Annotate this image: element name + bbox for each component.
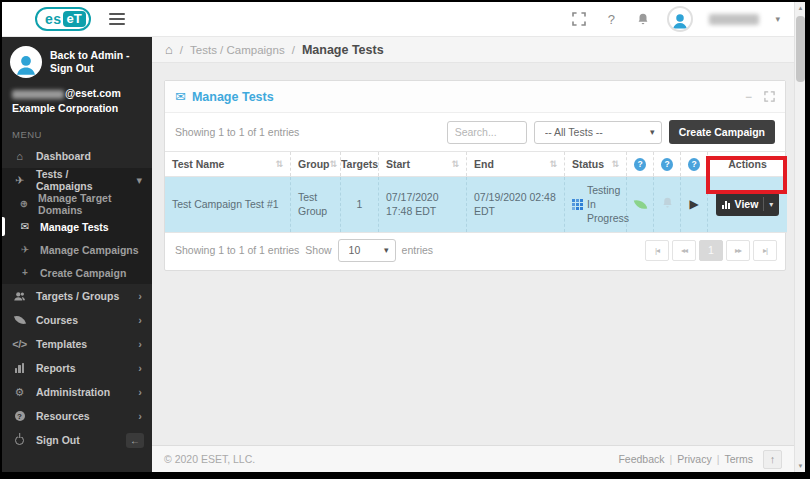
privacy-link[interactable]: Privacy [677, 453, 711, 465]
chevron-right-icon: › [138, 290, 142, 302]
sidebar-item-manage-campaigns[interactable]: ✈ Manage Campaigns [2, 238, 152, 261]
breadcrumb-section[interactable]: Tests / Campaigns [190, 44, 285, 56]
plus-icon: + [18, 267, 32, 278]
column-header-start[interactable]: Start ⇅ [379, 152, 467, 176]
copyright-text: © 2020 ESET, LLC. [164, 453, 255, 465]
pagination-last-button[interactable]: ▸| [753, 240, 777, 261]
breadcrumb-current: Manage Tests [302, 43, 384, 57]
user-name-redacted[interactable] [709, 14, 759, 25]
logo-text-right: eT [63, 11, 86, 27]
terms-link[interactable]: Terms [724, 453, 753, 465]
app-window: es eT ? ▾ [2, 2, 805, 472]
globe-icon: ⊕ [18, 198, 30, 209]
panel-header: ✉ Manage Tests − [165, 81, 785, 113]
help-icon[interactable]: ? [688, 158, 700, 171]
eset-logo[interactable]: es eT [35, 7, 91, 31]
column-header-actions: Actions [708, 152, 787, 176]
pagination-next-button[interactable]: ▸▸ [726, 240, 750, 261]
panel-tools: − [745, 90, 775, 104]
feedback-link[interactable]: Feedback [618, 453, 664, 465]
chevron-right-icon: › [138, 410, 142, 422]
sidebar-item-tests-campaigns[interactable]: ✈ Tests / Campaigns ▾ [2, 168, 152, 192]
question-circle-icon: ? [12, 411, 27, 421]
cell-notify-icon[interactable] [654, 177, 681, 232]
leaf-icon [633, 198, 646, 211]
sort-icon[interactable]: ⇅ [330, 159, 338, 169]
sidebar-item-resources[interactable]: ? Resources › [2, 404, 152, 428]
manage-tests-panel: ✉ Manage Tests − Showing 1 to 1 of 1 ent… [164, 80, 786, 271]
collapse-panel-icon[interactable]: − [745, 90, 752, 104]
help-icon[interactable]: ? [661, 158, 673, 171]
email-suffix: @eset.com [65, 87, 121, 99]
pagination-first-button[interactable]: |◂ [645, 240, 669, 261]
scroll-down-icon[interactable]: ▼ [795, 460, 805, 472]
pagination-prev-button[interactable]: ◂◂ [672, 240, 696, 261]
sort-icon[interactable]: ⇅ [549, 159, 557, 169]
bell-icon[interactable] [635, 11, 651, 27]
sidebar-item-create-campaign[interactable]: + Create Campaign [2, 261, 152, 284]
sort-icon[interactable]: ⇅ [611, 159, 619, 169]
page-size-select-wrap: 10 [338, 239, 396, 262]
gear-icon: ⚙ [12, 386, 27, 399]
back-to-top-button[interactable]: ↑ [763, 450, 782, 469]
envelope-icon: ✉ [18, 221, 32, 232]
chevron-right-icon: › [138, 362, 142, 374]
column-header-targets[interactable]: Targets [341, 152, 379, 176]
back-to-admin-link[interactable]: Back to Admin - Sign Out [50, 49, 144, 74]
test-filter-select[interactable]: -- All Tests -- [534, 121, 662, 144]
sidebar-item-administration[interactable]: ⚙ Administration › [2, 380, 152, 404]
menu-section-label: MENU [2, 122, 152, 144]
sort-icon[interactable]: ⇅ [451, 159, 459, 169]
play-icon[interactable]: ▶ [689, 196, 698, 212]
scrollbar-thumb[interactable] [796, 16, 805, 82]
sidebar: Back to Admin - Sign Out @eset.com Examp… [2, 37, 152, 472]
pagination-page-1[interactable]: 1 [699, 240, 723, 261]
send-icon: ✈ [18, 244, 32, 255]
cell-phish-icon[interactable] [627, 177, 654, 232]
status-spinner-icon [572, 199, 583, 210]
users-icon [12, 290, 27, 303]
view-button[interactable]: View ▾ [716, 192, 780, 216]
chevron-right-icon: › [138, 314, 142, 326]
column-header-status[interactable]: Status ⇅ [565, 152, 627, 176]
sidebar-item-manage-tests[interactable]: ✉ Manage Tests [2, 215, 152, 238]
user-avatar[interactable] [667, 6, 693, 32]
create-campaign-button[interactable]: Create Campaign [669, 120, 775, 144]
search-input[interactable] [447, 121, 527, 144]
help-icon[interactable]: ? [603, 11, 619, 27]
expand-panel-icon[interactable] [764, 91, 775, 102]
help-icon[interactable]: ? [634, 158, 646, 171]
user-menu-caret-icon[interactable]: ▾ [775, 14, 780, 24]
logo-text-left: es [45, 11, 62, 27]
cell-play[interactable]: ▶ [681, 177, 708, 232]
column-header-end[interactable]: End ⇅ [467, 152, 565, 176]
sidebar-collapse-button[interactable]: ← [126, 433, 144, 448]
column-header-help-2: ? [654, 152, 681, 176]
test-filter-select-wrap: -- All Tests -- [534, 121, 662, 144]
sort-icon[interactable]: ⇅ [275, 159, 283, 169]
column-header-group[interactable]: Group ⇅ [291, 152, 341, 176]
sidebar-item-manage-target-domains[interactable]: ⊕ Manage Target Domains [2, 192, 152, 215]
hamburger-icon[interactable] [109, 13, 125, 25]
fullscreen-icon[interactable] [571, 11, 587, 27]
home-icon[interactable]: ⌂ [165, 43, 173, 56]
table-row[interactable]: Test Campaign Test #1 Test Group 1 07/17… [165, 176, 787, 233]
sidebar-user-block: Back to Admin - Sign Out [2, 37, 152, 84]
tests-campaigns-group: ✈ Tests / Campaigns ▾ ⊕ Manage Target Do… [2, 168, 152, 284]
sidebar-item-courses[interactable]: Courses › [2, 308, 152, 332]
view-dropdown-caret-icon[interactable]: ▾ [769, 200, 773, 209]
showing-entries-text-bottom: Showing 1 to 1 of 1 entries [175, 244, 299, 256]
column-header-test-name[interactable]: Test Name ⇅ [165, 152, 291, 176]
table-toolbar: Showing 1 to 1 of 1 entries -- All Tests… [165, 113, 785, 151]
sidebar-item-targets-groups[interactable]: Targets / Groups › [2, 284, 152, 308]
scroll-up-icon[interactable]: ▲ [795, 2, 805, 14]
breadcrumb: ⌂ / Tests / Campaigns / Manage Tests [152, 37, 794, 63]
sidebar-item-templates[interactable]: </> Templates › [2, 332, 152, 356]
sidebar-item-reports[interactable]: Reports › [2, 356, 152, 380]
vertical-scrollbar[interactable]: ▲ ▼ [794, 2, 805, 472]
tests-campaigns-icon: ✈ [12, 174, 27, 187]
company-name: Example Corporation [12, 101, 142, 116]
screenshot-frame: es eT ? ▾ [0, 0, 810, 479]
page-size-select[interactable]: 10 [338, 239, 396, 262]
sidebar-item-dashboard[interactable]: ⌂ Dashboard [2, 144, 152, 168]
